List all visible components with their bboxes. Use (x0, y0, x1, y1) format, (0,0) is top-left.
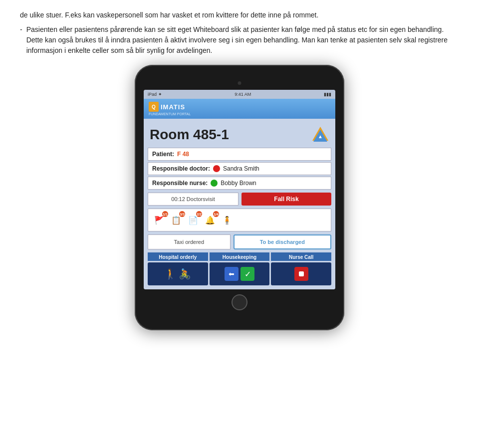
svg-text:Q: Q (152, 104, 156, 110)
task-4-badge: 1/4 (213, 211, 219, 217)
alert-icon: ▲ (311, 126, 329, 144)
task-icon-2[interactable]: 📋 3/3 (169, 213, 183, 227)
task-1-badge: 1/1 (162, 211, 168, 217)
bullet-dash: - (20, 24, 22, 56)
task-3-badge: 2/2 (196, 211, 202, 217)
nurse-label: Responsible nurse: (152, 180, 208, 187)
nurse-row: Responsible nurse: Bobby Brown (148, 177, 331, 190)
status-left: iPad ✦ (148, 92, 162, 97)
orderly-person-icon-2: 🚴 (179, 268, 191, 280)
ipad-home-button[interactable] (232, 294, 247, 310)
patient-value: F 48 (177, 151, 189, 158)
orderly-icon-cell[interactable]: 🚶 🚴 (148, 262, 208, 285)
nurse-call-label: Nurse Call (289, 254, 313, 260)
nurse-call-label-cell: Nurse Call (271, 252, 331, 261)
discharge-button[interactable]: To be discharged (234, 234, 331, 249)
room-header: Room 485-1 ▲ (148, 123, 331, 148)
discharge-label: To be discharged (260, 239, 305, 245)
patient-row: Patient: F 48 (148, 148, 331, 161)
logo-name: IMATIS (161, 103, 185, 111)
status-center: 9:41 AM (235, 92, 251, 97)
timer-cell: 00:12 Doctorsvisit (148, 193, 239, 206)
imatis-logo: Q IMATIS FUNDAMENTUM PORTAL (149, 102, 191, 116)
logo-icon: Q (149, 102, 159, 112)
ipad-camera (238, 81, 241, 85)
orderly-person-icon-1: 🚶 (164, 268, 177, 280)
check-icon: ✓ (244, 269, 251, 279)
bottom-section: Hospital orderly Housekeeping Nurse Call (148, 252, 331, 285)
task-icon-5[interactable]: 🧍 (220, 213, 234, 227)
nurse-call-stop-button[interactable] (294, 267, 308, 281)
bottom-icons-row: 🚶 🚴 ⬅ ✓ (148, 262, 331, 285)
app-header: Q IMATIS FUNDAMENTUM PORTAL (144, 99, 335, 119)
paragraph-1: de ulike stuer. F.eks kan vaskepersonell… (20, 10, 459, 20)
app-content: Room 485-1 ▲ Patient: F 48 R (144, 119, 335, 289)
task-icons-row: 🚩 1/1 📋 3/3 📄 2/2 🔔 (148, 209, 331, 231)
nurse-call-icon-cell[interactable] (271, 262, 331, 285)
svg-rect-2 (299, 271, 304, 276)
orderly-label-cell: Hospital orderly (148, 252, 208, 261)
stop-icon (298, 270, 305, 277)
task-icon-3[interactable]: 📄 2/2 (186, 213, 200, 227)
arrow-icon: ⬅ (229, 270, 235, 278)
ipad-wrapper: iPad ✦ 9:41 AM ▮▮▮ Q IMATIS (20, 65, 459, 330)
room-title: Room 485-1 (150, 127, 229, 143)
logo-subtitle: FUNDAMENTUM PORTAL (149, 112, 191, 116)
discharge-row: Taxi ordered To be discharged (148, 234, 331, 249)
housekeeping-check-button[interactable]: ✓ (240, 267, 254, 281)
timer-text: 00:12 Doctorsvisit (171, 196, 215, 202)
orderly-label: Hospital orderly (159, 254, 197, 260)
task-2-badge: 3/3 (179, 211, 185, 217)
task-icon-1[interactable]: 🚩 1/1 (152, 213, 166, 227)
ipad-frame: iPad ✦ 9:41 AM ▮▮▮ Q IMATIS (135, 65, 344, 330)
housekeeping-label-cell: Housekeeping (210, 252, 270, 261)
alert-exclamation: ▲ (318, 134, 323, 139)
ipad-screen: iPad ✦ 9:41 AM ▮▮▮ Q IMATIS (144, 90, 335, 289)
bullet-paragraph: - Pasienten eller pasientens pårørende k… (20, 24, 459, 56)
housekeeping-label: Housekeeping (223, 254, 256, 260)
patient-label: Patient: (152, 151, 174, 158)
status-bar: iPad ✦ 9:41 AM ▮▮▮ (144, 90, 335, 99)
doctor-status-dot (213, 165, 220, 172)
task-icon-4[interactable]: 🔔 1/4 (203, 213, 217, 227)
room-card: Room 485-1 ▲ Patient: F 48 R (148, 123, 331, 285)
bottom-labels-row: Hospital orderly Housekeeping Nurse Call (148, 252, 331, 261)
taxi-label: Taxi ordered (174, 239, 205, 245)
housekeeping-icon-cell[interactable]: ⬅ ✓ (210, 262, 270, 285)
nurse-status-dot (211, 180, 218, 187)
timer-fallrisk-row: 00:12 Doctorsvisit Fall Risk (148, 193, 331, 206)
bullet-text: Pasienten eller pasientens pårørende kan… (26, 24, 459, 56)
intro-text: de ulike stuer. F.eks kan vaskepersonell… (20, 10, 459, 56)
fall-risk-button[interactable]: Fall Risk (241, 193, 331, 206)
nurse-name: Bobby Brown (221, 180, 256, 187)
fall-risk-label: Fall Risk (274, 196, 298, 203)
logo-top: Q IMATIS (149, 102, 191, 112)
task-5-emoji: 🧍 (220, 213, 234, 227)
doctor-row: Responsible doctor: Sandra Smith (148, 162, 331, 175)
doctor-label: Responsible doctor: (152, 165, 210, 172)
status-right: ▮▮▮ (324, 92, 331, 97)
housekeeping-arrow-button[interactable]: ⬅ (225, 267, 239, 281)
taxi-cell: Taxi ordered (148, 234, 231, 249)
ipad-top-bar (144, 79, 335, 87)
doctor-name: Sandra Smith (223, 165, 259, 172)
